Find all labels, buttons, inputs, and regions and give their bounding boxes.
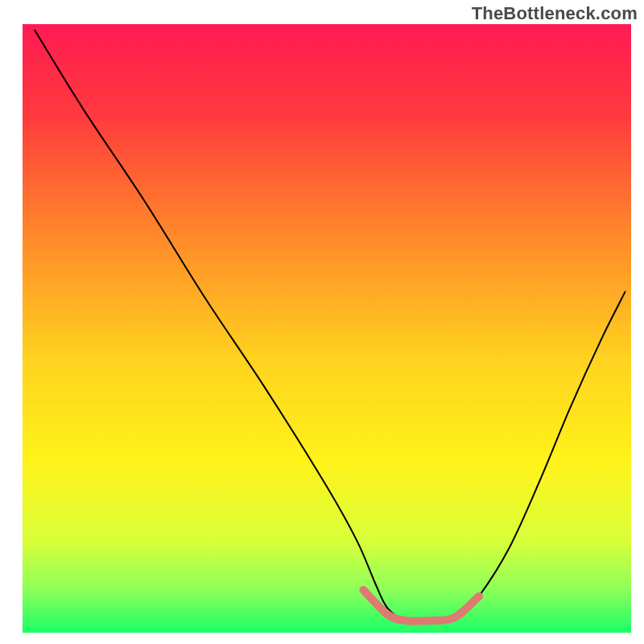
bottleneck-chart (0, 0, 644, 644)
plot-background (23, 24, 631, 633)
watermark-text: TheBottleneck.com (472, 3, 638, 24)
chart-stage: TheBottleneck.com (0, 0, 644, 644)
